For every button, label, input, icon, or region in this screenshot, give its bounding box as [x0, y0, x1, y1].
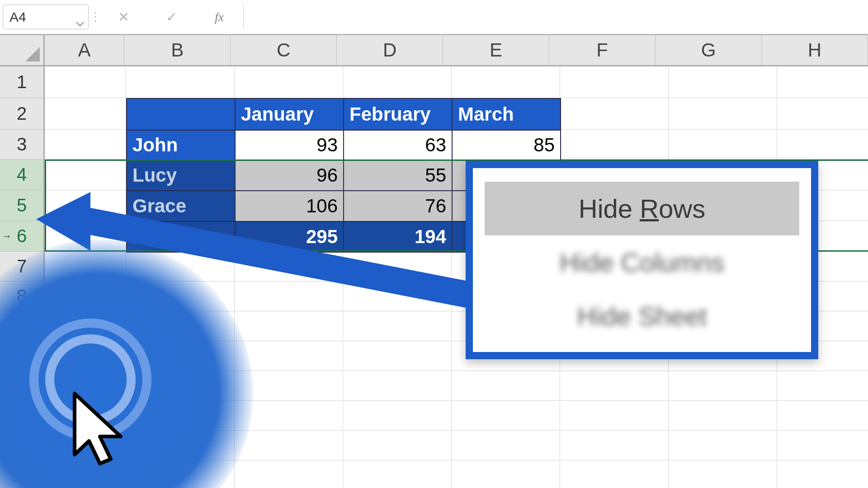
column-header[interactable]: D	[337, 35, 443, 65]
row-header[interactable]: 1	[0, 66, 43, 98]
close-icon: ✕	[118, 9, 129, 25]
fx-label: fx	[215, 10, 224, 24]
formula-bar: A4 ⋮ ✕ ✓ fx	[0, 0, 868, 35]
resize-arrow-icon: →	[2, 230, 12, 242]
column-header[interactable]: G	[656, 35, 762, 65]
table-cell[interactable]: 55	[344, 160, 452, 191]
table-cell[interactable]: 76	[344, 191, 452, 221]
row-name[interactable]: John	[127, 130, 235, 160]
table-header: January	[235, 99, 344, 130]
check-icon: ✓	[166, 9, 177, 25]
column-header[interactable]: C	[231, 35, 337, 65]
table-header: February	[344, 99, 452, 130]
table-cell[interactable]: 85	[452, 130, 561, 160]
table-total[interactable]: 295	[235, 221, 344, 252]
chevron-down-icon[interactable]	[75, 14, 85, 20]
row-header[interactable]: 5	[0, 190, 43, 221]
menu-item[interactable]: Hide Sheet	[485, 289, 799, 343]
formula-bar-buttons: ✕ ✓ fx	[102, 5, 241, 29]
column-header[interactable]: B	[124, 35, 231, 65]
table-cell[interactable]: 96	[235, 160, 344, 191]
table-cell[interactable]: 63	[344, 130, 452, 160]
name-box-value: A4	[9, 9, 26, 25]
formula-input[interactable]	[243, 5, 868, 29]
row-name[interactable]: Lucy	[127, 160, 235, 191]
column-headers: ABCDEFGH	[45, 35, 868, 66]
menu-item[interactable]: Hide Rows	[485, 182, 799, 235]
fx-button[interactable]: fx	[203, 5, 235, 29]
table-cell[interactable]: 93	[235, 130, 344, 160]
row-name[interactable]: Grace	[127, 191, 235, 221]
select-all-corner[interactable]	[0, 35, 45, 66]
column-header[interactable]: E	[443, 35, 549, 65]
cursor-icon	[70, 391, 133, 468]
table-total[interactable]: 194	[344, 221, 452, 252]
table-corner	[127, 99, 235, 130]
row-header[interactable]: 6→	[0, 221, 43, 252]
hide-menu-popup: Hide RowsHide ColumnsHide Sheet	[466, 161, 818, 359]
row-header[interactable]: 3	[0, 130, 43, 160]
row-header[interactable]: 2	[0, 98, 43, 130]
name-box[interactable]: A4	[3, 5, 89, 29]
table-header: March	[452, 99, 561, 130]
table-cell[interactable]: 106	[235, 191, 344, 221]
menu-item[interactable]: Hide Columns	[485, 235, 799, 289]
row-header[interactable]: 4	[0, 160, 43, 190]
column-header[interactable]: F	[549, 35, 656, 65]
column-header[interactable]: H	[762, 35, 868, 65]
cancel-button[interactable]: ✕	[108, 5, 139, 29]
enter-button[interactable]: ✓	[156, 5, 187, 29]
column-header[interactable]: A	[45, 35, 124, 65]
separator: ⋮	[89, 10, 102, 24]
